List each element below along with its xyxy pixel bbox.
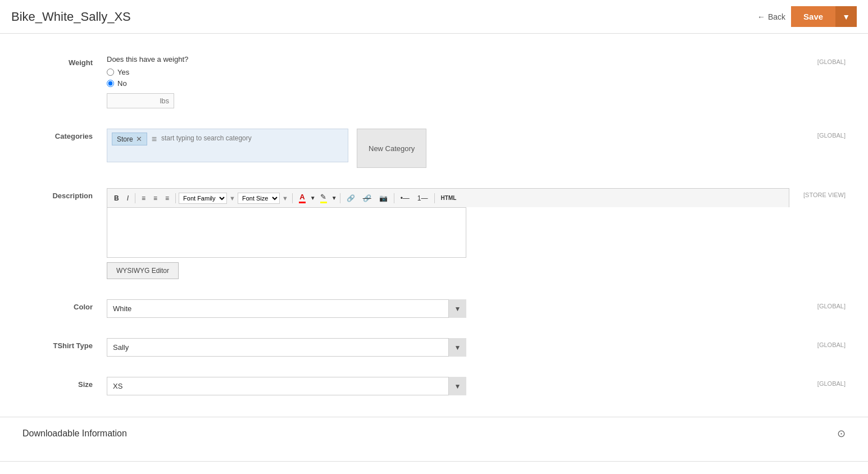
back-label: Back — [768, 12, 785, 21]
editor-body[interactable] — [107, 207, 466, 258]
weight-no-radio[interactable] — [107, 80, 114, 87]
size-select[interactable]: XS — [107, 377, 466, 395]
categories-scope: [GLOBAL] — [789, 129, 846, 139]
weight-yes-radio[interactable] — [107, 69, 114, 76]
back-button[interactable]: ← Back — [757, 12, 785, 21]
weight-yes-label: Yes — [117, 68, 129, 76]
main-content: Weight Does this have a weight? Yes No [… — [0, 34, 868, 474]
unordered-list-button[interactable]: •— — [397, 193, 413, 204]
align-right-button[interactable]: ≡ — [162, 193, 172, 204]
toolbar-separator-3 — [292, 193, 293, 203]
size-field: XS ▼ — [107, 377, 789, 395]
weight-no-label: No — [117, 79, 127, 88]
save-button[interactable]: Save — [791, 6, 835, 27]
html-button[interactable]: HTML — [438, 193, 460, 203]
weight-field: Does this have a weight? Yes No — [107, 55, 789, 108]
categories-box[interactable]: Store ✕ ≡ — [107, 129, 348, 162]
page-header: Bike_White_Sally_XS ← Back Save ▼ — [0, 0, 868, 34]
tshirt-type-select[interactable]: Sally — [107, 338, 466, 357]
category-search-input[interactable] — [161, 133, 274, 144]
tshirt-type-scope: [GLOBAL] — [789, 338, 846, 348]
downloadable-section-toggle-icon: ⊙ — [837, 427, 846, 440]
color-row: Color White ▼ [GLOBAL] — [0, 289, 868, 328]
unlink-button[interactable]: 🔗 — [360, 193, 375, 204]
categories-row-inner: Store ✕ ≡ New Category — [107, 129, 789, 168]
highlight-indicator — [320, 202, 327, 203]
configurations-section-header[interactable]: Configurations ⊙ — [0, 462, 868, 474]
bold-button[interactable]: B — [111, 193, 122, 204]
tshirt-type-row: TShirt Type Sally ▼ [GLOBAL] — [0, 328, 868, 367]
text-color-arrow: ▼ — [310, 195, 316, 201]
tshirt-type-field: Sally ▼ — [107, 338, 789, 357]
description-scope: [STORE VIEW] — [789, 188, 846, 198]
weight-question: Does this have a weight? — [107, 55, 789, 63]
text-color-letter: A — [299, 193, 305, 201]
toolbar-separator-6 — [434, 193, 435, 203]
category-tag-label: Store — [117, 135, 133, 143]
weight-scope: [GLOBAL] — [789, 55, 846, 65]
category-tag-store: Store ✕ — [112, 133, 147, 145]
color-scope: [GLOBAL] — [789, 299, 846, 309]
downloadable-section-title: Downloadable Information — [22, 429, 127, 439]
back-arrow-icon: ← — [757, 12, 765, 21]
configurations-section-toggle-icon: ⊙ — [837, 472, 846, 474]
description-field: B I ≡ ≡ ≡ Font Family ▼ Font Size ▼ A — [107, 188, 789, 279]
highlight-icon: ✎ — [320, 193, 326, 201]
save-dropdown-button[interactable]: ▼ — [835, 6, 857, 27]
weight-no-option[interactable]: No — [107, 79, 789, 88]
color-indicator — [299, 202, 306, 203]
size-row: Size XS ▼ [GLOBAL] — [0, 367, 868, 405]
weight-row: Weight Does this have a weight? Yes No [… — [0, 45, 868, 118]
image-button[interactable]: 📷 — [376, 193, 391, 204]
color-field: White ▼ — [107, 299, 789, 318]
editor-toolbar: B I ≡ ≡ ≡ Font Family ▼ Font Size ▼ A — [107, 188, 789, 207]
category-menu-icon[interactable]: ≡ — [150, 133, 158, 146]
toolbar-separator-5 — [394, 193, 394, 203]
tshirt-type-select-wrapper: Sally ▼ — [107, 338, 466, 357]
new-category-button[interactable]: New Category — [357, 129, 426, 168]
categories-field: Store ✕ ≡ New Category — [107, 129, 789, 168]
toolbar-separator-4 — [340, 193, 340, 203]
highlight-color-button[interactable]: ✎ — [317, 191, 330, 205]
tshirt-type-label: TShirt Type — [22, 338, 107, 350]
description-row: Description B I ≡ ≡ ≡ Font Family ▼ Font… — [0, 178, 868, 289]
color-select-wrapper: White ▼ — [107, 299, 466, 318]
font-size-arrow: ▼ — [281, 195, 289, 202]
category-tag-close-icon[interactable]: ✕ — [136, 135, 142, 143]
categories-label: Categories — [22, 129, 107, 140]
wysiwyg-editor-button[interactable]: WYSIWYG Editor — [107, 262, 179, 279]
text-color-button[interactable]: A — [296, 191, 309, 205]
font-family-arrow: ▼ — [228, 195, 237, 202]
toolbar-separator-1 — [135, 193, 135, 203]
align-center-button[interactable]: ≡ — [150, 193, 161, 204]
color-select[interactable]: White — [107, 299, 466, 318]
font-size-select[interactable]: Font Size — [238, 193, 280, 204]
downloadable-section-header[interactable]: Downloadable Information ⊙ — [0, 417, 868, 450]
align-left-button[interactable]: ≡ — [138, 193, 149, 204]
description-label: Description — [22, 188, 107, 200]
size-select-wrapper: XS ▼ — [107, 377, 466, 395]
size-scope: [GLOBAL] — [789, 377, 846, 387]
size-label: Size — [22, 377, 107, 389]
weight-yes-option[interactable]: Yes — [107, 68, 789, 76]
weight-input[interactable] — [107, 93, 174, 108]
ordered-list-button[interactable]: 1— — [414, 193, 431, 204]
weight-label: Weight — [22, 55, 107, 67]
header-actions: ← Back Save ▼ — [757, 6, 857, 27]
weight-radio-group: Yes No — [107, 68, 789, 88]
toolbar-separator-2 — [175, 193, 176, 203]
font-family-select[interactable]: Font Family — [179, 193, 227, 204]
page-title: Bike_White_Sally_XS — [11, 10, 131, 24]
highlight-arrow: ▼ — [331, 195, 337, 201]
link-button[interactable]: 🔗 — [343, 193, 358, 204]
color-label: Color — [22, 299, 107, 311]
italic-button[interactable]: I — [124, 193, 132, 204]
save-btn-group: Save ▼ — [791, 6, 857, 27]
categories-row: Categories Store ✕ ≡ New Category [GLOBA… — [0, 118, 868, 178]
